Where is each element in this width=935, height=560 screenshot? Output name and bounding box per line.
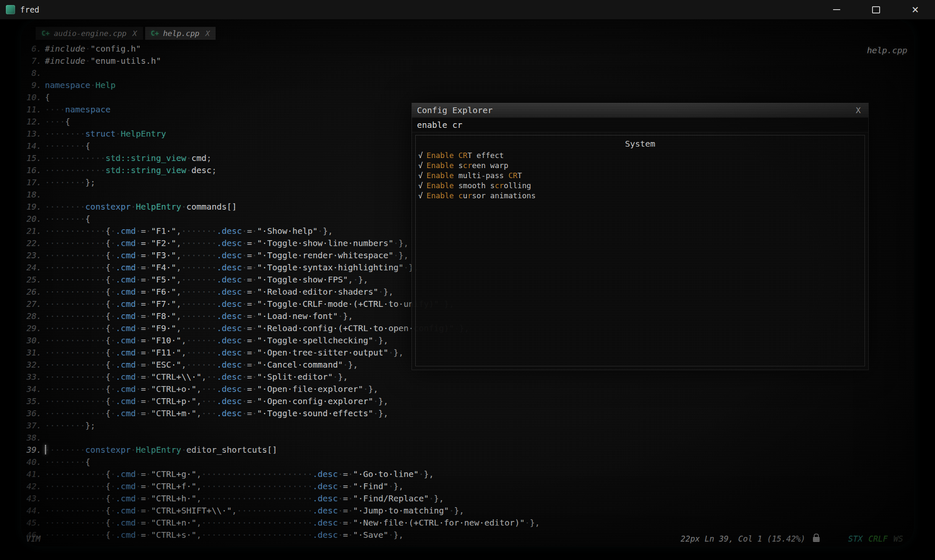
line-number: 45. <box>24 517 42 529</box>
line-number: 20. <box>24 213 42 225</box>
line-content: ············{·.cmd·=·"F8·",·······.desc·… <box>45 310 353 322</box>
line-content: ············{·.cmd·=·"F7·",·······.desc·… <box>45 298 454 310</box>
tab-audio-engine.cpp[interactable]: C+audio-engine.cppX <box>36 27 143 40</box>
line-number: 6. <box>24 43 42 55</box>
line-content: ············{·.cmd·=·"F6·",·······.desc·… <box>45 286 393 298</box>
tab-close-button[interactable]: X <box>205 29 210 38</box>
line-content: ············std::string_view·cmd; <box>45 152 211 164</box>
line-number: 44. <box>24 505 42 517</box>
checkbox-checked-icon[interactable]: √ <box>418 161 423 171</box>
line-content: ············{·.cmd·=·"CTRL+h·",·········… <box>45 493 444 505</box>
config-item[interactable]: √Enable CRT effect <box>418 150 865 161</box>
line-number: 36. <box>24 407 42 420</box>
status-mode: VIM <box>26 534 40 543</box>
tab-help.cpp[interactable]: C+help.cppX <box>145 27 216 40</box>
line-content: ············{·.cmd·=·"CTRL+f·",·········… <box>45 480 404 493</box>
line-number: 21. <box>24 225 42 237</box>
status-position-info: 22px Ln 39, Col 1 (15.42%) <box>681 534 805 543</box>
line-number: 37. <box>24 420 42 432</box>
line-content: ········{ <box>45 140 90 152</box>
config-item[interactable]: √Enable screen warp <box>418 161 865 171</box>
code-line[interactable]: 40.········{ <box>24 456 912 468</box>
line-content: ············{·.cmd·=·"F4·",·······.desc·… <box>45 262 419 274</box>
code-line[interactable]: 9.namespace·Help <box>24 79 912 91</box>
code-line[interactable]: 42.············{·.cmd·=·"CTRL+f·",······… <box>24 480 912 493</box>
cpp-file-icon: C+ <box>42 29 49 37</box>
config-item[interactable]: √Enable cursor animations <box>418 191 865 201</box>
line-number: 31. <box>24 347 42 359</box>
code-line[interactable]: 34.············{·.cmd·=·"CTRL+o·",···.de… <box>24 383 912 395</box>
line-number: 9. <box>24 79 42 91</box>
code-line[interactable]: 8. <box>24 67 912 79</box>
code-line[interactable]: 10.{ <box>24 91 912 104</box>
checkbox-checked-icon[interactable]: √ <box>418 181 423 191</box>
maximize-button[interactable] <box>856 0 896 19</box>
line-number: 13. <box>24 128 42 140</box>
checkbox-checked-icon[interactable]: √ <box>418 150 423 161</box>
config-results-panel: System √Enable CRT effect√Enable screen … <box>415 135 865 366</box>
status-right: 22px Ln 39, Col 1 (15.42%) STXCRLFWS <box>681 534 903 543</box>
line-content: ············{·.cmd·=·"CTRL+\\·",··.desc·… <box>45 371 348 383</box>
code-line[interactable]: 41.············{·.cmd·=·"CTRL+g·",······… <box>24 468 912 480</box>
line-number: 24. <box>24 262 42 274</box>
code-line[interactable]: 37.········}; <box>24 420 912 432</box>
checkbox-checked-icon[interactable]: √ <box>418 171 423 181</box>
line-number: 42. <box>24 480 42 493</box>
status-bar: VIM 22px Ln 39, Col 1 (15.42%) STXCRLFWS <box>26 532 903 545</box>
tab-label: audio-engine.cpp <box>54 29 126 38</box>
line-number: 12. <box>24 116 42 128</box>
code-line[interactable]: 39.········constexpr·HelpEntry·editor_sh… <box>24 444 912 456</box>
code-line[interactable]: 35.············{·.cmd·=·"CTRL+p·",···.de… <box>24 395 912 407</box>
line-content: ····{ <box>45 116 70 128</box>
line-number: 40. <box>24 456 42 468</box>
line-number: 11. <box>24 104 42 116</box>
line-content: ············{·.cmd·=·"F5·",·······.desc·… <box>45 274 368 286</box>
line-content: { <box>45 91 50 104</box>
code-line[interactable]: 38. <box>24 432 912 444</box>
line-number: 26. <box>24 286 42 298</box>
config-explorer-close-button[interactable]: X <box>853 105 863 115</box>
line-content: ············std::string_view·desc; <box>45 164 216 176</box>
line-content: #include·"config.h" <box>45 43 141 55</box>
status-flags: STXCRLFWS <box>848 534 903 543</box>
line-number: 14. <box>24 140 42 152</box>
line-number: 41. <box>24 468 42 480</box>
line-number: 8. <box>24 67 42 79</box>
code-line[interactable]: 36.············{·.cmd·=·"CTRL+m·",···.de… <box>24 407 912 420</box>
line-content: ········constexpr·HelpEntry·editor_short… <box>45 444 277 456</box>
status-flag-ws: WS <box>893 534 903 543</box>
code-line[interactable]: 44.············{·.cmd·=·"CTRL+SHIFT+\\·"… <box>24 505 912 517</box>
config-item[interactable]: √Enable multi-pass CRT <box>418 171 865 181</box>
config-explorer-dialog: Config Explorer X enable cr System √Enab… <box>412 103 869 370</box>
line-number: 35. <box>24 395 42 407</box>
line-content: ············{·.cmd·=·"CTRL+p·",···.desc·… <box>45 395 388 407</box>
config-item[interactable]: √Enable smooth scrolling <box>418 181 865 191</box>
minimize-button[interactable] <box>817 0 856 19</box>
line-number: 15. <box>24 152 42 164</box>
tab-label: help.cpp <box>163 29 200 38</box>
line-number: 18. <box>24 189 42 201</box>
code-line[interactable]: 33.············{·.cmd·=·"CTRL+\\·",··.de… <box>24 371 912 383</box>
maximize-icon <box>872 6 880 13</box>
line-number: 17. <box>24 176 42 189</box>
code-line[interactable]: 45.············{·.cmd·=·"CTRL+n·",······… <box>24 517 912 529</box>
filename-overlay: help.cpp <box>867 45 907 55</box>
code-line[interactable]: 43.············{·.cmd·=·"CTRL+h·",······… <box>24 493 912 505</box>
line-content: ············{·.cmd·=·"F1·",·······.desc·… <box>45 225 333 237</box>
checkbox-checked-icon[interactable]: √ <box>418 191 423 201</box>
line-number: 23. <box>24 249 42 262</box>
config-search-input[interactable]: enable cr <box>412 118 868 132</box>
line-number: 27. <box>24 298 42 310</box>
tab-close-button[interactable]: X <box>133 29 137 38</box>
cpp-file-icon: C+ <box>151 29 159 37</box>
line-number: 38. <box>24 432 42 444</box>
config-explorer-titlebar: Config Explorer X <box>412 103 868 118</box>
code-line[interactable]: 7.#include·"enum-utils.h" <box>24 55 912 67</box>
minimize-icon <box>833 9 840 10</box>
code-line[interactable]: 6.#include·"config.h" <box>24 43 912 55</box>
line-number: 16. <box>24 164 42 176</box>
line-number: 34. <box>24 383 42 395</box>
line-content: #include·"enum-utils.h" <box>45 55 161 67</box>
close-button[interactable]: × <box>896 0 935 19</box>
line-number: 43. <box>24 493 42 505</box>
